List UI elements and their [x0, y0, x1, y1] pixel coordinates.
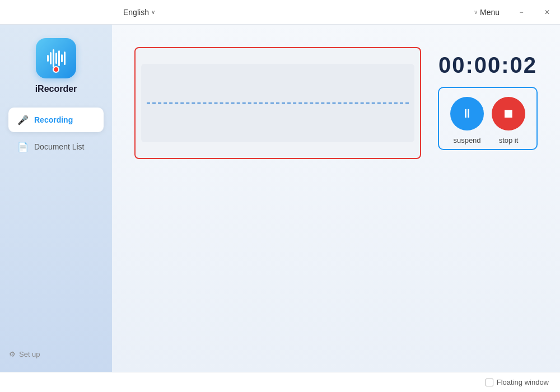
recording-icon: 🎤 — [17, 115, 29, 125]
setup-button[interactable]: ⚙ Set up — [9, 350, 103, 358]
sidebar-item-document-list-label: Document List — [34, 142, 84, 151]
sidebar: iRecorder 🎤 Recording 📄 Document List ⚙ … — [0, 25, 112, 372]
waveform-icon — [47, 49, 66, 67]
sidebar-footer: ⚙ Set up — [0, 350, 112, 363]
control-buttons-box: ⏸ ⏹ suspend stop it — [438, 87, 538, 150]
menu-chevron-icon: ∨ — [474, 9, 478, 15]
suspend-button[interactable]: ⏸ — [450, 97, 484, 130]
suspend-label: suspend — [450, 136, 484, 144]
sidebar-item-recording[interactable]: 🎤 Recording — [8, 108, 104, 132]
menu-label: Menu — [480, 8, 500, 17]
rec-dot-icon — [53, 66, 59, 73]
titlebar-right: ∨ Menu − ✕ — [465, 0, 560, 25]
floating-window-checkbox[interactable] — [486, 379, 493, 386]
sidebar-item-document-list[interactable]: 📄 Document List — [8, 134, 104, 159]
floating-window-toggle[interactable]: Floating window — [486, 378, 549, 386]
menu-button[interactable]: ∨ Menu — [465, 8, 508, 17]
document-list-icon: 📄 — [17, 142, 29, 152]
content-area: 00:00:02 ⏸ ⏹ suspend stop it — [112, 25, 560, 372]
sidebar-item-recording-label: Recording — [34, 115, 73, 124]
minimize-button[interactable]: − — [508, 0, 534, 25]
stop-button[interactable]: ⏹ — [492, 97, 525, 130]
timer-display: 00:00:02 — [438, 53, 537, 78]
waveform-box — [134, 47, 421, 159]
app-name: iRecorder — [35, 84, 77, 94]
titlebar: English ∨ ∨ Menu − ✕ — [0, 0, 560, 25]
stop-label: stop it — [492, 136, 525, 144]
pause-icon: ⏸ — [461, 106, 473, 121]
stop-icon: ⏹ — [502, 106, 515, 121]
waveform-inner — [141, 64, 414, 142]
close-button[interactable]: ✕ — [534, 0, 560, 25]
ctrl-labels: suspend stop it — [450, 136, 525, 144]
language-label: English — [123, 8, 149, 17]
waveform-dashed-line — [147, 102, 409, 104]
control-btns-row: ⏸ ⏹ — [450, 97, 525, 130]
bottombar: Floating window — [0, 372, 560, 392]
setup-label: Set up — [19, 350, 40, 358]
waveform-panel — [134, 47, 421, 349]
floating-window-label: Floating window — [497, 378, 549, 386]
titlebar-left: English ∨ — [0, 8, 155, 17]
controls-panel: 00:00:02 ⏸ ⏹ suspend stop it — [438, 47, 538, 349]
main-layout: iRecorder 🎤 Recording 📄 Document List ⚙ … — [0, 25, 560, 372]
language-chevron-icon: ∨ — [151, 9, 155, 15]
app-icon — [36, 38, 76, 78]
setup-icon: ⚙ — [9, 350, 16, 358]
language-selector[interactable]: English ∨ — [123, 8, 155, 17]
